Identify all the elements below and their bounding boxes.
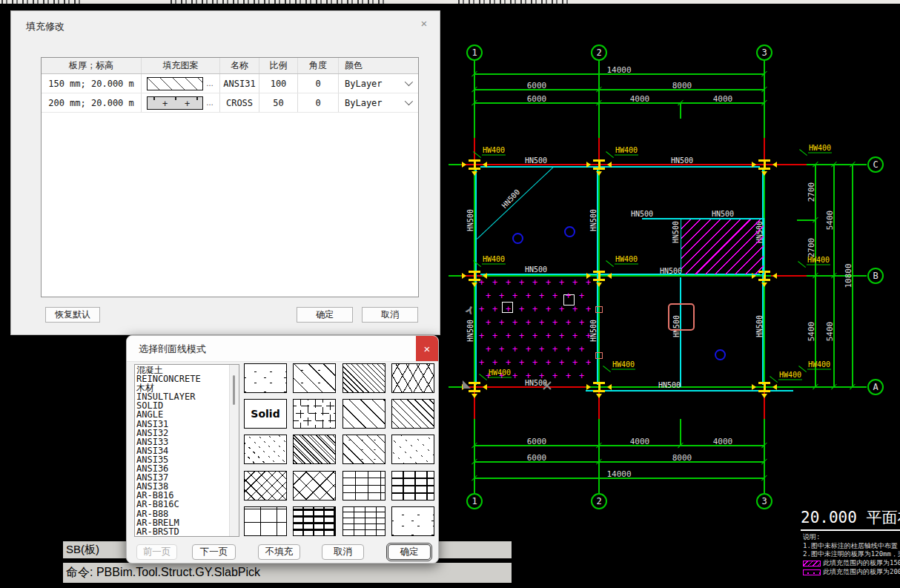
pink-selection-box xyxy=(668,303,695,331)
color-value: ByLayer xyxy=(345,79,383,89)
dim-label: 4000 xyxy=(713,437,733,446)
column-symbol xyxy=(593,159,605,170)
dialog-fill-modify: 填充修改 × 板厚；标高 填充图案 名称 比例 角度 颜色 150 mm; 20… xyxy=(10,10,440,335)
pattern-tile-6[interactable] xyxy=(293,399,336,429)
cad-line xyxy=(474,461,764,462)
cell-scale[interactable]: 100 xyxy=(259,74,298,93)
beam-label: HN500 xyxy=(631,210,653,218)
pattern-list-item[interactable]: ANSI32 xyxy=(136,429,229,437)
table-row[interactable]: 200 mm; 20.000 m + + … CROSS 50 0 ByLaye… xyxy=(42,93,418,113)
pattern-tile-12[interactable] xyxy=(391,435,434,464)
cad-line xyxy=(797,219,815,220)
prev-page-button[interactable]: 前一页 xyxy=(136,544,177,560)
cell-color-dropdown[interactable]: ByLayer xyxy=(339,93,418,112)
pattern-tile-15[interactable] xyxy=(343,471,386,501)
cancel-button[interactable]: 取消 xyxy=(322,544,364,560)
next-page-button[interactable]: 下一页 xyxy=(192,544,236,560)
pattern-tile-10[interactable] xyxy=(293,435,336,464)
pattern-tile-13[interactable] xyxy=(244,471,287,501)
grid-bubble-1: 1 xyxy=(466,493,483,509)
dim-label: 8000 xyxy=(672,81,692,90)
scrollbar-thumb[interactable] xyxy=(233,375,235,405)
pattern-tile-3[interactable] xyxy=(343,363,386,393)
browse-pattern-button[interactable]: … xyxy=(206,79,214,87)
pattern-tile-8[interactable] xyxy=(391,399,434,429)
dim-label: 6000 xyxy=(527,94,547,104)
arrow-left-icon xyxy=(607,162,612,168)
column-symbol xyxy=(758,382,770,392)
ok-button[interactable]: 确定 xyxy=(388,544,431,560)
pattern-tile-18[interactable] xyxy=(293,506,336,536)
close-icon[interactable]: × xyxy=(417,17,431,30)
dialog-title: 填充修改 xyxy=(26,20,64,33)
pattern-list-scrollbar[interactable] xyxy=(229,365,239,536)
no-fill-button[interactable]: 不填充 xyxy=(258,544,300,560)
plus-mark: + xyxy=(162,99,168,109)
opening-circle xyxy=(512,233,523,244)
arrow-left-icon xyxy=(772,162,777,168)
browse-pattern-button[interactable]: … xyxy=(206,99,214,107)
cell-pattern-name: ANSI31 xyxy=(220,74,259,93)
pattern-tile-17[interactable] xyxy=(244,506,287,536)
arrow-down-icon xyxy=(761,394,767,398)
beam-label: HN500 xyxy=(525,265,547,274)
legend-swatch-ansi31-icon xyxy=(803,561,821,566)
pattern-tile-14[interactable] xyxy=(293,471,336,501)
pattern-tile-2[interactable] xyxy=(293,363,336,393)
pattern-list-item[interactable]: AR-B88 xyxy=(136,509,229,518)
column-label: HW400 xyxy=(807,360,831,370)
dim-label: 10800 xyxy=(844,263,853,288)
pattern-list: 混凝土REINCONCRETE木材INSULTLAYERSOLIDANGLEAN… xyxy=(136,366,229,535)
pattern-tile-11[interactable] xyxy=(343,435,386,464)
grid-bubble-3: 3 xyxy=(756,44,772,61)
close-button[interactable]: × xyxy=(416,336,438,361)
pattern-tile-7[interactable] xyxy=(343,399,386,429)
pattern-tile-1[interactable] xyxy=(244,363,287,393)
legend-swatch-cross-icon xyxy=(803,569,821,575)
grid-bubble-B: B xyxy=(867,268,884,284)
cell-thickness: 200 mm; 20.000 m xyxy=(42,93,142,112)
pattern-list-item[interactable]: ANGLE xyxy=(136,410,229,419)
cell-color-dropdown[interactable]: ByLayer xyxy=(339,74,418,93)
pattern-tile-16[interactable] xyxy=(391,471,434,501)
restore-default-button[interactable]: 恢复默认 xyxy=(45,307,100,323)
arrow-down-icon xyxy=(471,283,477,287)
slab-hatch-cross: ++++++++++++++++++++++++++++++++++++++++… xyxy=(477,277,598,386)
pattern-tile-4[interactable] xyxy=(391,363,434,393)
pattern-list-box: 混凝土REINCONCRETE木材INSULTLAYERSOLIDANGLEAN… xyxy=(134,364,239,537)
table-header-row: 板厚；标高 填充图案 名称 比例 角度 颜色 xyxy=(42,58,418,74)
cancel-button[interactable]: 取消 xyxy=(362,307,418,323)
dim-label: 4000 xyxy=(630,437,650,446)
dialog-hatch-select: 选择剖面线模式 × 混凝土REINCONCRETE木材INSULTLAYERSO… xyxy=(126,335,439,564)
arrow-down-icon xyxy=(596,171,602,176)
ok-button[interactable]: 确定 xyxy=(297,307,353,323)
pattern-list-item[interactable]: AR-B816C xyxy=(136,500,229,509)
cell-pattern-name: CROSS xyxy=(220,93,259,112)
col-header-thickness: 板厚；标高 xyxy=(42,58,142,73)
pattern-tile-20[interactable] xyxy=(391,506,434,536)
pattern-list-item[interactable]: AR-BRSTD xyxy=(136,527,229,535)
cell-angle[interactable]: 0 xyxy=(298,74,339,93)
table-row[interactable]: 150 mm; 20.000 m … ANSI31 100 0 ByLayer xyxy=(42,74,418,93)
tick-mark xyxy=(196,97,198,100)
cad-line xyxy=(680,419,681,446)
pattern-list-item[interactable]: AR-BRELM xyxy=(136,518,229,527)
beam-label: HN500 xyxy=(672,221,680,243)
column-label: HW400 xyxy=(615,255,638,265)
arrow-left-icon xyxy=(607,273,612,279)
column-label: HW400 xyxy=(615,146,638,156)
cell-scale[interactable]: 50 xyxy=(259,93,298,112)
cad-line xyxy=(680,103,681,119)
plus-mark: + xyxy=(185,99,190,109)
command-line[interactable]: 命令: PBBim.Tool.Struct.GY.SlabPick xyxy=(63,563,512,583)
pattern-list-item[interactable]: ANSI31 xyxy=(136,420,229,429)
cad-line xyxy=(680,277,681,387)
app-window: 20.000 平面布置图 说明: 1.图中未标注的柱居轴线中布置，未标注的梁轴线… xyxy=(0,0,900,588)
opening-circle xyxy=(564,226,575,237)
cell-angle[interactable]: 0 xyxy=(298,93,339,112)
pattern-tile-19[interactable] xyxy=(343,506,386,536)
pattern-tile-9[interactable] xyxy=(244,435,287,464)
beam-label: HN500 xyxy=(755,315,764,337)
pattern-tile-5[interactable]: Solid xyxy=(244,399,287,429)
grid-bubble-2: 2 xyxy=(591,44,607,61)
